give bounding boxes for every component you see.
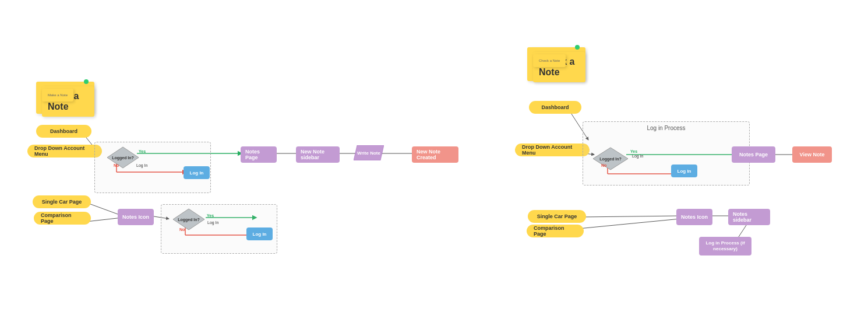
right-sticky-subtitle: Check a Note [533,54,566,67]
left-no-1: No [114,163,119,167]
left-dropdown-account[interactable]: Drop Down Account Menu [27,145,102,158]
right-notes-sidebar[interactable]: Notes sidebar [728,209,770,225]
svg-line-20 [581,216,680,217]
right-yes-1: Yes [630,149,637,153]
right-single-car[interactable]: Single Car Page [528,210,586,223]
right-process-label: Log in Process [647,125,685,131]
right-sticky-pin [575,45,580,50]
right-diamond-1: Logged In? [592,146,629,171]
left-new-note-sidebar[interactable]: New Note sidebar [296,146,340,163]
left-diamond-2: Logged In? [172,208,206,231]
left-no-2: No [179,228,185,232]
right-view-note[interactable]: View Note [792,146,832,163]
left-yes-1: Yes [139,149,146,153]
left-yes-2: Yes [207,214,214,218]
right-login-label: Log In [632,154,643,158]
svg-line-9 [86,218,122,222]
left-single-car[interactable]: Single Car Page [33,195,91,208]
left-login-label-2: Log In [207,220,218,225]
svg-line-8 [87,203,122,216]
right-login-btn[interactable]: Log In [671,164,697,177]
left-notes-page[interactable]: Notes Page [241,146,277,163]
left-sticky-subtitle: Make a Note [42,89,73,102]
right-login-process[interactable]: Log in Process (if necessary) [699,237,751,256]
left-login-btn-1[interactable]: Log In [184,166,210,179]
right-comparison[interactable]: Comparison Page [527,225,584,237]
right-notes-page[interactable]: Notes Page [732,146,775,163]
left-login-btn-2[interactable]: Log In [246,228,273,240]
right-dashboard[interactable]: Dashboard [529,101,581,114]
left-dashboard[interactable]: Dashboard [36,125,91,138]
left-sticky-note: Make a Note Make a Note [36,82,94,114]
right-notes-icon[interactable]: Notes Icon [676,209,712,225]
svg-line-21 [578,219,680,229]
left-comparison[interactable]: Comparison Page [34,212,91,225]
left-diamond-1: Logged In? [106,146,140,169]
canvas: Make a Note Make a Note Dashboard Drop D… [0,0,868,336]
left-write-note[interactable]: Write Note [354,145,384,160]
left-login-label-1: Log In [136,163,147,167]
right-sticky-note: Check a Note Check a Note [527,47,585,81]
right-no-1: No [601,163,606,167]
right-dropdown-account[interactable]: Drop Down Account Menu [515,144,590,156]
left-sticky-pin [84,79,89,84]
left-new-note-created[interactable]: New Note Created [412,146,458,163]
left-notes-icon[interactable]: Notes Icon [118,209,154,225]
